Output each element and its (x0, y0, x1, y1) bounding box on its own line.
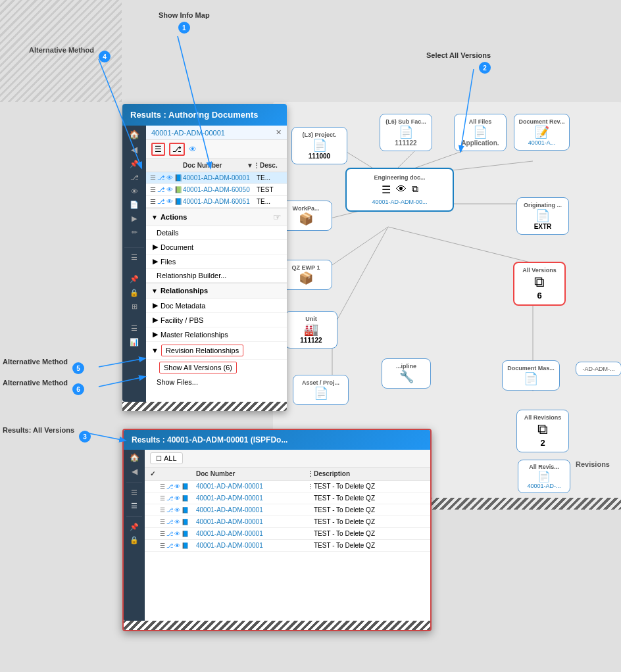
node-all-revis-partial[interactable]: All Revis... 📄 40001-AD-... (518, 460, 570, 493)
actions-section: ▼ Actions ☞ Details ▶Document ▶Files Rel… (146, 208, 287, 283)
node-asset-proj[interactable]: Asset / Proj... 📄 (293, 375, 349, 405)
toolbar-eye-icon[interactable]: 👁 (189, 145, 197, 154)
sidebar-hierarchy-icon[interactable]: ⎇ (130, 174, 139, 182)
annotation-circle-1: 1 (178, 22, 190, 34)
main-panel: Results : Authoring Documents 🏠 ◀ 📌 ⎇ 👁 … (122, 104, 287, 411)
annotation-circle-2: 2 (479, 62, 491, 74)
toolbar-network-icon[interactable]: ⎇ (169, 143, 185, 156)
sidebar-eye-icon[interactable]: 👁 (131, 187, 138, 195)
node-l6-subfac[interactable]: (L6) Sub Fac... 📄 111122 (380, 114, 432, 151)
main-panel-content: 40001-AD-ADM-00001 ✕ ☰ ⎇ 👁 Doc Number ▼ … (146, 126, 287, 402)
rel-doc-metadata[interactable]: ▶Doc Metadata (146, 299, 287, 313)
show-all-versions-button[interactable]: Show All Versions (6) (159, 362, 237, 373)
relationships-section: ▼ Relationships ▶Doc Metadata ▶Facility … (146, 283, 287, 388)
table-row-1[interactable]: ☰ ⎇ 👁 📘 40001-AD-ADM-00001 TE... (146, 172, 287, 184)
rel-master-relationships[interactable]: ▶Master Relationships (146, 327, 287, 342)
action-document[interactable]: ▶Document (146, 240, 287, 254)
second-panel-content: ☐ ALL ✓ Doc Number ⋮ Description ☰ ⎇ (145, 450, 430, 621)
show-all-versions-row[interactable]: Show All Versions (6) (146, 360, 287, 376)
node-qz-ewp[interactable]: QZ EWP 1 📦 (280, 260, 332, 290)
svg-line-13 (332, 227, 388, 329)
second-panel-title: Results : 40001-AD-ADM-00001 (ISPFDo... (132, 435, 287, 444)
sidebar-edit-icon[interactable]: ✏ (132, 228, 137, 237)
rel-facility-pbs[interactable]: ▶Facility / PBS (146, 313, 287, 327)
sidebar-back-icon[interactable]: ◀ (131, 145, 137, 155)
sidebar-doc-icon[interactable]: 📄 (130, 201, 139, 209)
main-panel-header: Results : Authoring Documents (122, 104, 287, 126)
node-ad-adm-partial[interactable]: -AD-ADM-... (576, 362, 621, 376)
node-revisions-label: Revisions (576, 460, 610, 468)
second-table-row-3[interactable]: ☰ ⎇ 👁 📘 40001-AD-ADM-00001 TEST - To Del… (145, 504, 430, 516)
node-discipline[interactable]: ...ipline 🔧 (382, 358, 431, 389)
revision-relationships-label: Revision Relationships (161, 345, 243, 356)
node-engineering-center[interactable]: Engineering doc... ☰👁⧉ 40001-AD-ADM-00..… (345, 168, 454, 212)
sidebar2-lock[interactable]: 🔒 (130, 536, 139, 544)
svg-line-14 (388, 227, 533, 263)
breadcrumb-row: 40001-AD-ADM-00001 ✕ (146, 126, 287, 140)
revision-relationships-row[interactable]: ▼ Revision Relationships (146, 342, 287, 360)
action-files[interactable]: ▶Files (146, 254, 287, 269)
action-relationship-builder[interactable]: Relationship Builder... (146, 269, 287, 283)
toolbar-row: ☰ ⎇ 👁 (146, 140, 287, 159)
node-all-revisions[interactable]: All Revisions ⧉ 2 (516, 410, 569, 452)
breadcrumb-text: 40001-AD-ADM-00001 (151, 129, 273, 137)
second-panel-stripe (124, 621, 430, 630)
sidebar-arrow-icon[interactable]: ▶ (132, 214, 137, 223)
second-panel: Results : 40001-AD-ADM-00001 (ISPFDo... … (122, 429, 432, 631)
relationships-header[interactable]: ▼ Relationships (146, 283, 287, 299)
col-docnum-header: Doc Number (183, 162, 247, 169)
sidebar-list-icon[interactable]: ☰ (131, 253, 137, 262)
node-l3-project[interactable]: (L3) Project. 📄 111000 (291, 127, 347, 164)
toolbar-list-icon[interactable]: ☰ (151, 143, 165, 156)
actions-header[interactable]: ▼ Actions ☞ (146, 208, 287, 226)
sidebar-grid-icon[interactable]: ⊞ (132, 302, 137, 311)
node-unit[interactable]: Unit 🏭 111122 (285, 311, 337, 348)
second-search-row: ☐ ALL (145, 450, 430, 468)
breadcrumb-close[interactable]: ✕ (276, 128, 282, 137)
second-table-row-4[interactable]: ☰ ⎇ 👁 📘 40001-AD-ADM-00001 TEST - To Del… (145, 516, 430, 528)
annotation-results-all-versions: Results: All Versions 3 (3, 426, 79, 434)
node-all-versions[interactable]: All Versions ⧉ 6 (513, 262, 566, 306)
relationships-title: Relationships (161, 287, 208, 295)
node-all-files[interactable]: All Files 📄 Application. (454, 114, 507, 151)
second-table-row-1[interactable]: ☰ ⎇ 👁 📘 40001-AD-ADM-00001 ⋮ TEST - To D… (145, 481, 430, 492)
main-panel-title: Results : Authoring Documents (130, 110, 259, 120)
annotation-show-info-map: Show Info Map 1 (159, 11, 210, 22)
annotation-alt-method-5: Alternative Method 5 (3, 358, 72, 366)
node-workpack[interactable]: WorkPa... 📦 (280, 201, 332, 231)
sidebar2-back[interactable]: ◀ (132, 467, 137, 476)
sidebar-list2-icon[interactable]: ☰ (131, 324, 137, 333)
search-checkbox[interactable]: ☐ (156, 455, 162, 462)
col-check: ✓ (150, 470, 155, 477)
filter-icon[interactable]: ▼ (247, 162, 253, 169)
sidebar-home-icon[interactable]: 🏠 (129, 130, 139, 139)
table-row-2[interactable]: ☰ ⎇ 👁 📗 40001-AD-ADM-60050 TEST (146, 184, 287, 196)
main-panel-bottom-stripe (122, 402, 287, 411)
search-tag-text: ALL (164, 454, 177, 462)
col-desc-header: Desc. (260, 162, 283, 169)
sidebar2-list2[interactable]: ☰ (131, 502, 137, 510)
action-details[interactable]: Details (146, 226, 287, 240)
show-files-item[interactable]: Show Files... (146, 376, 287, 388)
annotation-alt-method-6: Alternative Method 6 (3, 379, 72, 387)
table-header: Doc Number ▼ ⋮ Desc. (146, 159, 287, 172)
second-table-row-6[interactable]: ☰ ⎇ 👁 📘 40001-AD-ADM-00001 TEST - To Del… (145, 540, 430, 552)
second-panel-header: Results : 40001-AD-ADM-00001 (ISPFDo... (124, 430, 430, 450)
main-sidebar: 🏠 ◀ 📌 ⎇ 👁 📄 ▶ ✏ ☰ 📌 🔒 ⊞ ☰ 📊 (122, 126, 146, 402)
annotation-select-all-versions: Select All Versions 2 (426, 51, 491, 62)
second-table-header: ✓ Doc Number ⋮ Description (145, 468, 430, 481)
sidebar2-list[interactable]: ☰ (131, 489, 137, 497)
sidebar2-pin[interactable]: 📌 (130, 523, 139, 531)
sidebar-chart-icon[interactable]: 📊 (130, 338, 139, 347)
table-row-3[interactable]: ☰ ⎇ 👁 📘 40001-AD-ADM-60051 TE... (146, 196, 287, 208)
node-doc-mas[interactable]: Document Mas... 📄 (502, 360, 560, 391)
second-table-row-2[interactable]: ☰ ⎇ 👁 📘 40001-AD-ADM-00001 TEST - To Del… (145, 492, 430, 504)
sidebar-pin2-icon[interactable]: 📌 (130, 275, 139, 283)
second-table-row-5[interactable]: ☰ ⎇ 👁 📘 40001-AD-ADM-00001 TEST - To Del… (145, 528, 430, 540)
sidebar-pin-icon[interactable]: 📌 (130, 160, 139, 168)
sidebar2-home[interactable]: 🏠 (130, 453, 139, 462)
node-originating[interactable]: Originating ... 📄 EXTR (516, 197, 569, 235)
node-doc-rev[interactable]: Document Rev... 📝 40001-A... (514, 114, 570, 151)
sidebar-lock-icon[interactable]: 🔒 (130, 289, 139, 297)
actions-title: Actions (161, 213, 187, 221)
